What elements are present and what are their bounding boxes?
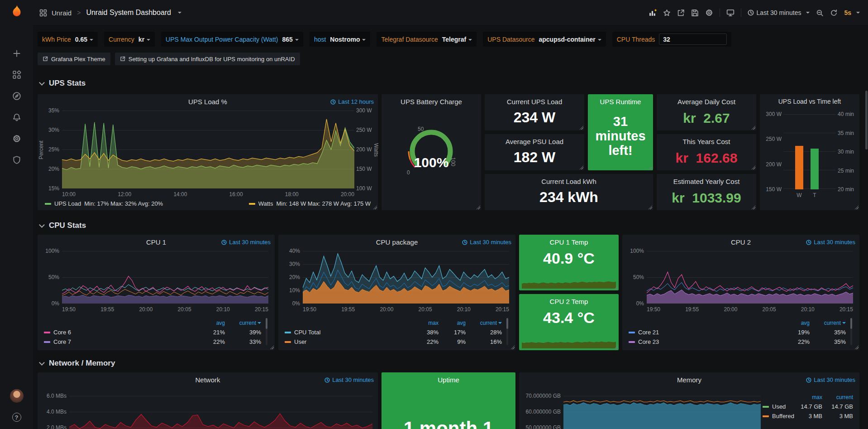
refresh-icon[interactable] bbox=[830, 9, 838, 17]
cpu-package-chart[interactable] bbox=[303, 251, 509, 304]
variable-value-dropdown[interactable]: kr bbox=[138, 36, 150, 43]
legend-table: maxcurrent Used14.7 GB14.7 GB Buffered3 … bbox=[763, 392, 853, 421]
dashboards-icon[interactable] bbox=[12, 70, 21, 79]
legend-scrollbar[interactable] bbox=[266, 318, 267, 345]
link-grafana-plex-theme[interactable]: Grafana Plex Theme bbox=[38, 53, 110, 65]
memory-chart[interactable] bbox=[563, 390, 761, 429]
panel-average-psu-load: Average PSU Load 182 W bbox=[485, 134, 584, 170]
panel-current-load-kwh: Current Load kWh 234 kWh bbox=[485, 174, 653, 210]
variable-ups-max-watt: UPS Max Output Power Capacity (Watt) 865 bbox=[161, 32, 303, 47]
variable-currency: Currency kr bbox=[104, 32, 155, 47]
refresh-interval-label: 5s bbox=[844, 9, 851, 16]
divider bbox=[720, 9, 720, 17]
network-chart[interactable] bbox=[69, 390, 372, 429]
panel-current-ups-load: Current UPS Load 234 W bbox=[485, 94, 584, 130]
sparkline bbox=[522, 333, 616, 348]
panel-title[interactable]: UPS Battery Charge bbox=[382, 98, 481, 106]
variable-cpu-threads: CPU Threads bbox=[612, 32, 732, 47]
series-name[interactable]: CPU Total bbox=[285, 329, 411, 336]
sidebar: ? bbox=[0, 0, 33, 429]
user-avatar[interactable] bbox=[10, 389, 24, 403]
y-axis-left: 35%30%25%20%15% bbox=[42, 111, 59, 188]
bar-time[interactable] bbox=[811, 149, 819, 189]
help-icon[interactable]: ? bbox=[12, 413, 21, 422]
create-plus-icon[interactable] bbox=[12, 49, 21, 58]
legend-header-current[interactable]: current bbox=[225, 320, 261, 326]
time-override: Last 30 minutes bbox=[221, 239, 271, 246]
grafana-logo[interactable] bbox=[9, 4, 24, 21]
star-button[interactable] bbox=[663, 9, 671, 17]
series-name[interactable]: Used bbox=[763, 403, 794, 410]
tv-mode-icon[interactable] bbox=[726, 9, 734, 17]
variable-value-dropdown[interactable]: 865 bbox=[282, 36, 299, 43]
series-name[interactable]: Core 6 bbox=[44, 329, 196, 336]
legend-scrollbar[interactable] bbox=[850, 318, 852, 345]
legend-header-avg[interactable]: avg bbox=[196, 320, 225, 326]
series-name[interactable]: Core 23 bbox=[629, 338, 781, 345]
sparkline bbox=[522, 273, 616, 289]
variable-ups-datasource: UPS Datasource apcupsd-container bbox=[483, 32, 606, 47]
cpu-threads-input[interactable] bbox=[659, 34, 727, 45]
variable-value-dropdown[interactable]: Telegraf bbox=[442, 36, 472, 43]
row-header-network-memory[interactable]: Network / Memory bbox=[40, 359, 115, 368]
title-caret-icon[interactable] bbox=[178, 12, 181, 14]
cpu2-chart[interactable] bbox=[647, 251, 853, 304]
share-button[interactable] bbox=[677, 9, 685, 17]
bars-chart[interactable] bbox=[783, 114, 836, 189]
legend-item[interactable]: WattsMin: 148 W Max: 278 W Avg: 175 W bbox=[249, 200, 371, 207]
legend-scrollbar[interactable] bbox=[506, 318, 508, 345]
variable-value-dropdown[interactable]: 0.65 bbox=[75, 36, 93, 43]
variable-label: kWh Price bbox=[42, 36, 71, 43]
legend-table: avgcurrent Core 2119%35% Core 2322%35% bbox=[629, 318, 846, 347]
panel-uptime: Uptime 1 month 1 bbox=[382, 372, 515, 429]
time-range-picker[interactable]: Last 30 minutes bbox=[748, 9, 810, 16]
series-name[interactable]: User bbox=[285, 338, 411, 345]
add-panel-button[interactable] bbox=[649, 9, 657, 17]
panel-network: Network Last 30 minutes 6.0 MBs4.0 MBs2.… bbox=[38, 372, 378, 429]
series-name[interactable]: Core 21 bbox=[629, 329, 781, 336]
dashboard-settings-gear-icon[interactable] bbox=[705, 9, 713, 17]
chevron-down-icon bbox=[39, 360, 45, 366]
legend-item[interactable]: UPS LoadMin: 17% Max: 32% Avg: 20% bbox=[45, 200, 163, 207]
row-header-cpu-stats[interactable]: CPU Stats bbox=[40, 221, 86, 230]
gauge-value: 100% bbox=[382, 152, 481, 172]
panel-cpu-package: CPU package Last 30 minutes 40%30%20%10%… bbox=[278, 235, 515, 350]
y-axis-left: 100%50%0% bbox=[626, 251, 644, 304]
refresh-interval-picker[interactable]: 5s bbox=[844, 9, 860, 16]
explore-compass-icon[interactable] bbox=[12, 92, 21, 101]
time-override: Last 30 minutes bbox=[806, 239, 855, 246]
series-name[interactable]: Core 7 bbox=[44, 338, 196, 345]
stat-value: 182 W bbox=[485, 147, 584, 169]
time-override: Last 30 minutes bbox=[324, 376, 374, 383]
panel-ups-load-percent: UPS Load % Last 12 hours Percent 35%30%2… bbox=[38, 94, 378, 210]
zoom-out-icon[interactable] bbox=[816, 9, 824, 17]
graph-legend: UPS LoadMin: 17% Max: 32% Avg: 20% Watts… bbox=[45, 200, 371, 207]
x-axis: 19:5019:5520:0020:0520:1020:15 bbox=[647, 306, 853, 313]
server-admin-shield-icon[interactable] bbox=[12, 155, 21, 164]
chevron-down-icon bbox=[39, 222, 45, 228]
ups-load-chart[interactable] bbox=[62, 111, 354, 188]
panel-average-daily-cost: Average Daily Cost kr 2.67 bbox=[657, 94, 756, 130]
configuration-gear-icon[interactable] bbox=[12, 134, 21, 143]
panel-ups-runtime: UPS Runtime 31 minutes left! bbox=[588, 94, 653, 170]
legend-header-current[interactable]: current bbox=[810, 320, 846, 326]
page-scrollbar[interactable] bbox=[865, 91, 868, 149]
dashboard-title[interactable]: Unraid System Dashboard bbox=[86, 9, 171, 17]
breadcrumb-folder[interactable]: Unraid bbox=[52, 9, 72, 17]
bar-watts[interactable] bbox=[795, 146, 803, 189]
legend-header-current[interactable]: current bbox=[466, 320, 502, 326]
save-button[interactable] bbox=[691, 9, 699, 17]
stat-value: 1 month 1 bbox=[382, 416, 515, 429]
cpu1-chart[interactable] bbox=[62, 251, 268, 304]
stat-value: 234 kWh bbox=[485, 187, 653, 208]
link-ups-monitoring-guide[interactable]: Setting up Grafana and InfluxDB for UPS … bbox=[115, 53, 300, 65]
breadcrumb-separator: > bbox=[77, 9, 81, 16]
row-header-ups-stats[interactable]: UPS Stats bbox=[40, 79, 86, 88]
panel-memory: Memory Last 30 minutes 70.000000 GB60.00… bbox=[519, 372, 859, 429]
variable-value-dropdown[interactable]: Nostromo bbox=[330, 36, 366, 43]
variable-value-dropdown[interactable]: apcupsd-container bbox=[539, 36, 601, 43]
variable-kwh-price: kWh Price 0.65 bbox=[38, 32, 98, 47]
panel-title[interactable]: UPS Load % bbox=[38, 98, 378, 106]
alerting-bell-icon[interactable] bbox=[12, 113, 21, 122]
series-name[interactable]: Buffered bbox=[763, 413, 794, 419]
